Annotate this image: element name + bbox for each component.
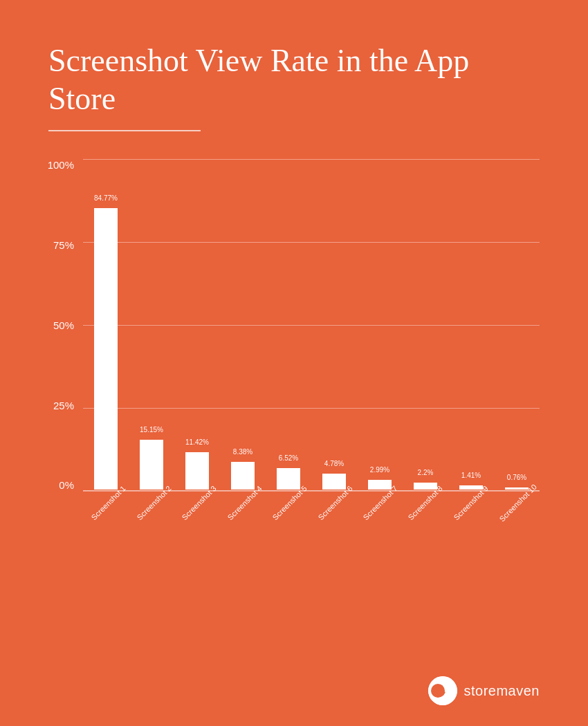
bar-3: 11.42% [185, 452, 209, 490]
logo-text: storemaven [464, 683, 540, 699]
bar-group-3: 11.42% [174, 159, 220, 490]
bar-group-6: 4.78% [311, 159, 357, 490]
bar-4: 8.38% [231, 462, 255, 490]
y-label-75: 75% [53, 239, 80, 251]
y-label-25: 25% [53, 400, 80, 411]
y-label-0: 0% [59, 479, 80, 491]
bar-value-10: 0.76% [507, 474, 526, 481]
x-label-group-1: Screenshot 1 [83, 494, 128, 560]
page-title: Screenshot View Rate in the App Store [48, 41, 540, 118]
y-label-100: 100% [48, 159, 80, 171]
svg-point-1 [433, 685, 445, 697]
x-label-group-10: Screenshot 10 [490, 494, 540, 560]
bar-group-8: 2.2% [403, 159, 448, 490]
bar-value-9: 1.41% [461, 472, 481, 479]
bar-group-4: 8.38% [220, 159, 266, 490]
chart-baseline [83, 490, 540, 491]
chart-area: 100% 75% 50% 25% 0% 84.77%15.15%11.42%8.… [48, 159, 540, 560]
bar-value-6: 4.78% [324, 460, 344, 467]
bar-group-7: 2.99% [357, 159, 403, 490]
bar-value-4: 8.38% [233, 448, 252, 456]
x-label-group-2: Screenshot 2 [128, 494, 173, 560]
bar-group-10: 0.76% [494, 159, 540, 490]
bars-container: 84.77%15.15%11.42%8.38%6.52%4.78%2.99%2.… [83, 159, 540, 491]
bar-group-9: 1.41% [448, 159, 494, 490]
y-label-50: 50% [53, 319, 80, 331]
x-label-group-7: Screenshot 7 [355, 494, 400, 560]
title-section: Screenshot View Rate in the App Store [48, 41, 540, 131]
x-axis-labels: Screenshot 1Screenshot 2Screenshot 3Scre… [83, 494, 540, 560]
bar-5: 6.52% [277, 468, 300, 490]
x-label-group-4: Screenshot 4 [219, 494, 264, 560]
x-label-group-8: Screenshot 8 [400, 494, 445, 560]
y-axis-labels: 100% 75% 50% 25% 0% [48, 159, 80, 491]
bar-group-5: 6.52% [266, 159, 311, 490]
x-label-group-9: Screenshot 9 [445, 494, 490, 560]
x-label-group-5: Screenshot 5 [264, 494, 309, 560]
bar-value-8: 2.2% [418, 469, 434, 476]
chart-inner: 84.77%15.15%11.42%8.38%6.52%4.78%2.99%2.… [83, 159, 540, 491]
bar-value-1: 84.77% [94, 194, 118, 202]
title-divider [48, 130, 201, 131]
bar-1: 84.77% [94, 208, 118, 490]
page-container: Screenshot View Rate in the App Store 10… [0, 0, 588, 726]
x-label-group-6: Screenshot 6 [309, 494, 354, 560]
bar-value-2: 15.15% [140, 426, 163, 434]
bar-value-3: 11.42% [185, 438, 209, 446]
bar-group-1: 84.77% [83, 159, 129, 490]
svg-point-2 [442, 684, 450, 692]
logo-icon [428, 676, 457, 705]
bar-2: 15.15% [140, 440, 163, 490]
bar-value-7: 2.99% [370, 466, 389, 474]
x-label-group-3: Screenshot 3 [174, 494, 219, 560]
bar-6: 4.78% [322, 474, 346, 490]
logo-svg [428, 676, 457, 705]
logo-section: storemaven [428, 676, 540, 705]
svg-point-0 [428, 676, 457, 705]
grid-line-0 [83, 491, 540, 492]
bar-group-2: 15.15% [129, 159, 174, 490]
bar-value-5: 6.52% [279, 454, 298, 462]
